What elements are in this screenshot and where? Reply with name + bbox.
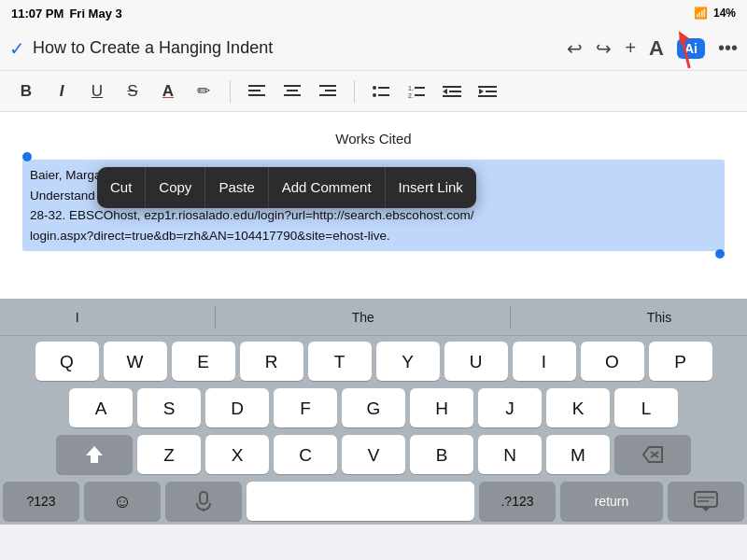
key-l[interactable]: L xyxy=(614,388,678,427)
svg-rect-33 xyxy=(695,492,717,507)
key-j[interactable]: J xyxy=(478,388,542,427)
underline-button[interactable]: U xyxy=(86,82,108,101)
predictive-item-2[interactable]: This xyxy=(632,306,686,329)
battery-display: 14% xyxy=(713,7,736,20)
pred-divider-2 xyxy=(510,306,511,329)
svg-point-13 xyxy=(373,93,376,97)
key-row-2: A S D F G H J K L xyxy=(3,388,744,427)
checkmark-icon[interactable]: ✓ xyxy=(9,37,25,60)
key-o[interactable]: O xyxy=(581,342,644,381)
numbers-right-button[interactable]: .?123 xyxy=(479,482,556,521)
cut-button[interactable]: Cut xyxy=(97,167,146,208)
key-x[interactable]: X xyxy=(205,435,269,474)
format-toolbar: B I U S A ✏ 1.2. xyxy=(0,71,747,112)
numbers-button[interactable]: ?123 xyxy=(3,482,79,521)
key-n[interactable]: N xyxy=(478,435,542,474)
undo-button[interactable]: ↩ xyxy=(567,37,583,60)
key-h[interactable]: H xyxy=(410,388,473,427)
key-row-3: Z X C V B N M xyxy=(3,435,744,474)
space-button[interactable] xyxy=(247,482,474,521)
svg-marker-36 xyxy=(702,508,710,511)
paste-button[interactable]: Paste xyxy=(205,167,268,208)
key-f[interactable]: F xyxy=(274,388,337,427)
add-comment-button[interactable]: Add Comment xyxy=(269,167,386,208)
key-s[interactable]: S xyxy=(137,388,201,427)
add-button[interactable]: + xyxy=(625,37,636,59)
date-display: Fri May 3 xyxy=(69,7,121,21)
svg-marker-20 xyxy=(443,89,447,94)
time-display: 11:07 PM xyxy=(11,7,63,21)
strikethrough-button[interactable]: S xyxy=(121,82,144,101)
key-r[interactable]: R xyxy=(240,342,303,381)
key-w[interactable]: W xyxy=(104,342,167,381)
key-i[interactable]: I xyxy=(513,342,576,381)
selected-text-block[interactable]: Baier, Margaret and Ruth Buechsel. "A Mo… xyxy=(22,160,725,251)
svg-rect-31 xyxy=(200,492,207,504)
key-u[interactable]: U xyxy=(444,342,508,381)
svg-point-11 xyxy=(373,86,376,90)
backspace-button[interactable] xyxy=(614,435,691,474)
predictive-bar: I The This xyxy=(0,299,747,336)
svg-marker-28 xyxy=(643,447,662,462)
key-row-4: ?123 ☺ .?123 return xyxy=(3,482,744,521)
status-bar: 11:07 PM Fri May 3 📶 14% xyxy=(0,0,747,26)
italic-button[interactable]: I xyxy=(50,82,73,101)
context-menu: Cut Copy Paste Add Comment Insert Link xyxy=(97,167,476,208)
predictive-item-0[interactable]: I xyxy=(61,306,94,329)
list-unordered-button[interactable] xyxy=(370,83,392,100)
align-left-button[interactable] xyxy=(246,83,268,100)
key-y[interactable]: Y xyxy=(376,342,440,381)
return-button[interactable]: return xyxy=(560,482,663,521)
wifi-icon: 📶 xyxy=(694,7,708,20)
redo-button[interactable]: ↪ xyxy=(596,37,612,60)
svg-text:2.: 2. xyxy=(408,92,414,99)
key-row-1: Q W E R T Y U I O P xyxy=(3,342,744,381)
highlight-button[interactable]: ✏ xyxy=(192,81,215,101)
text-format-button[interactable]: A xyxy=(649,36,664,61)
doc-title: How to Create a Hanging Indent xyxy=(33,38,273,58)
align-center-button[interactable] xyxy=(281,83,303,100)
indent-increase-button[interactable] xyxy=(476,83,499,100)
key-q[interactable]: Q xyxy=(35,342,99,381)
indent-decrease-button[interactable] xyxy=(441,83,463,100)
selected-text-line3: 28-32. EBSCOhost, ezp1r.riosalado.edu/lo… xyxy=(30,205,717,226)
document-area[interactable]: Works Cited Baier, Margaret and Ruth Bue… xyxy=(0,112,747,299)
copy-button[interactable]: Copy xyxy=(146,167,205,208)
key-g[interactable]: G xyxy=(342,388,405,427)
selection-handle-top xyxy=(22,152,32,161)
insert-link-button[interactable]: Insert Link xyxy=(386,167,476,208)
ai-button[interactable]: Ai xyxy=(677,38,705,59)
align-right-button[interactable] xyxy=(317,83,339,100)
section-title: Works Cited xyxy=(22,131,725,147)
key-p[interactable]: P xyxy=(649,342,712,381)
font-color-button[interactable]: A xyxy=(157,82,179,101)
key-k[interactable]: K xyxy=(546,388,610,427)
top-toolbar: ✓ How to Create a Hanging Indent ↩ ↪ + A… xyxy=(0,26,747,71)
key-a[interactable]: A xyxy=(69,388,133,427)
mic-button[interactable] xyxy=(165,482,242,521)
more-button[interactable]: ••• xyxy=(718,37,738,59)
key-t[interactable]: T xyxy=(308,342,372,381)
key-z[interactable]: Z xyxy=(137,435,201,474)
key-v[interactable]: V xyxy=(342,435,405,474)
selected-text-line4: login.aspx?direct=true&db=rzh&AN=1044177… xyxy=(30,226,717,246)
selection-handle-bottom xyxy=(715,249,725,259)
key-m[interactable]: M xyxy=(546,435,610,474)
shift-button[interactable] xyxy=(56,435,133,474)
svg-marker-27 xyxy=(86,446,103,463)
predictive-item-1[interactable]: The xyxy=(337,306,389,329)
svg-marker-24 xyxy=(479,89,484,94)
key-c[interactable]: C xyxy=(274,435,337,474)
pred-divider-1 xyxy=(215,306,216,329)
keyboard: Q W E R T Y U I O P A S D F G H J K L Z … xyxy=(0,336,747,525)
key-b[interactable]: B xyxy=(410,435,473,474)
key-d[interactable]: D xyxy=(205,388,269,427)
svg-text:1.: 1. xyxy=(408,85,414,91)
list-ordered-button[interactable]: 1.2. xyxy=(405,83,428,100)
dismiss-keyboard-button[interactable] xyxy=(668,482,744,521)
bold-button[interactable]: B xyxy=(15,82,37,101)
key-e[interactable]: E xyxy=(172,342,235,381)
emoji-button[interactable]: ☺ xyxy=(84,482,161,521)
